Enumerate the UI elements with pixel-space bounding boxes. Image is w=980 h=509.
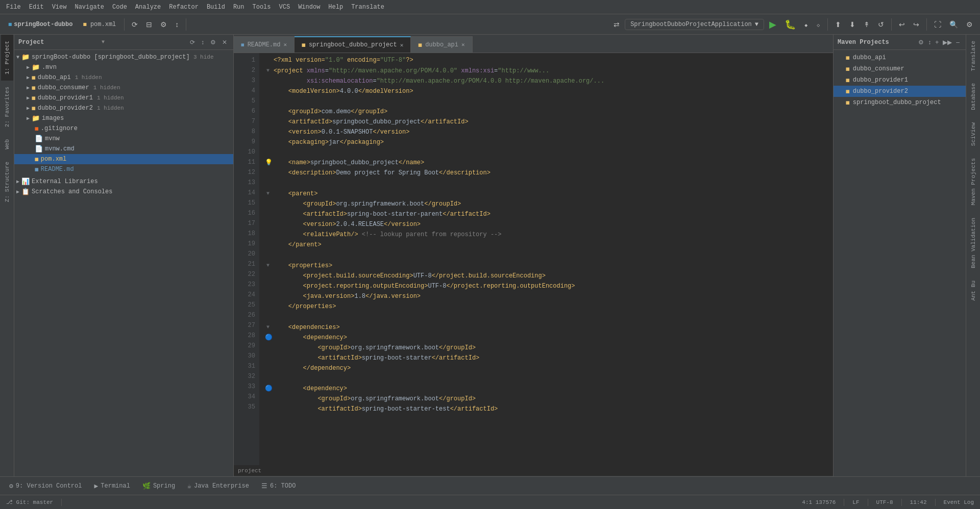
tree-images[interactable]: ▶ 📁 images [14,113,233,123]
right-tab-database[interactable]: Database [967,77,979,116]
tree-mvn[interactable]: ▶ 📁 .mvn [14,62,233,72]
panel-collapse-btn[interactable]: ↕ [199,38,206,47]
tree-external-libs[interactable]: ▶ 📊 External Libraries [14,176,233,187]
right-tab-bean-validation[interactable]: Bean Validation [967,212,979,274]
right-tab-maven[interactable]: Maven Projects [967,152,979,211]
maven-minimize-btn[interactable]: – [954,38,962,47]
tab-springboot-project[interactable]: ◼ springboot_dubbo_project ✕ [295,36,411,53]
tree-gitignore[interactable]: ◼ .gitignore [14,123,233,134]
tree-root[interactable]: ▼ 📁 springBoot-dubbo [springboot_dubbo_p… [14,52,233,62]
bottom-tab-version-control[interactable]: ⚙ 9: Version Control [4,480,87,492]
status-encoding[interactable]: UTF-8 [876,499,893,505]
menu-window[interactable]: Window [294,3,324,12]
run-config-selector[interactable]: SpringbootDubboProjectApplication ▼ [625,19,764,30]
tree-dubbo-consumer[interactable]: ▶ ◼ dubbo_consumer 1 hidden [14,83,233,93]
line-num-8: 8 [236,126,255,137]
update-button[interactable]: ⬇ [846,18,859,31]
status-line-col[interactable]: 4:1 137576 [802,499,836,505]
git-icon: ⎇ [6,499,13,505]
spring-icon: 🌿 [142,482,151,490]
tree-dubbo-provider1[interactable]: ▶ ◼ dubbo_provider1 1 hidden [14,93,233,103]
readme-tab-close[interactable]: ✕ [283,41,287,48]
editor-tabs: ◼ README.md ✕ ◼ springboot_dubbo_project… [234,35,833,53]
push-button[interactable]: ↟ [861,18,873,31]
panel-close-btn[interactable]: ✕ [220,38,229,47]
commit-button[interactable]: ⬆ [832,18,844,31]
code-line-30: <artifactId>spring-boot-starter</artifac… [263,353,833,363]
springboot-tab-label: springboot_dubbo_project [309,41,397,48]
menu-vcs[interactable]: VCS [275,3,295,12]
menu-tools[interactable]: Tools [249,3,275,12]
coverage-button[interactable]: ⬦ [813,18,823,31]
tab-readme-md[interactable]: ◼ README.md ✕ [234,36,295,53]
expand-all-button[interactable]: ↕ [172,18,182,31]
collapse-button[interactable]: ⊟ [143,18,155,31]
tree-mvnw-cmd[interactable]: 📄 mvnw.cmd [14,144,233,154]
debug-button[interactable]: 🐛 [781,18,799,31]
tree-dubbo-provider2[interactable]: ▶ ◼ dubbo_provider2 1 hidden [14,103,233,113]
run-button[interactable]: ▶ [766,18,779,31]
line-num-19: 19 [236,239,255,249]
maven-collapse-btn[interactable]: ↕ [926,38,933,47]
right-tab-translate[interactable]: Translate [967,35,979,77]
menu-edit[interactable]: Edit [25,3,48,12]
redo-button[interactable]: ↪ [910,18,922,31]
settings-button[interactable]: ⚙ [157,18,170,31]
right-tab-sciview[interactable]: SciView [967,116,979,152]
sync-button[interactable]: ⟳ [129,18,141,31]
tab-dubbo-api[interactable]: ◼ dubbo_api ✕ [411,36,472,53]
tree-dubbo-api[interactable]: ▶ ◼ dubbo_api 1 hidden [14,72,233,83]
code-content[interactable]: <?xml version="1.0" encoding="UTF-8"?> ▼… [259,53,833,465]
menu-translate[interactable]: Translate [347,3,388,12]
menu-refactor[interactable]: Refactor [165,3,203,12]
maximize-button[interactable]: ⛶ [931,18,944,31]
maven-item-dubbo-provider1[interactable]: ◼ dubbo_provider1 [834,74,966,86]
menu-build[interactable]: Build [203,3,229,12]
bottom-tab-todo[interactable]: ☰ 6: TODO [256,480,301,492]
maven-settings-btn[interactable]: ⚙ [916,38,926,47]
panel-sync-btn[interactable]: ⟳ [188,38,197,47]
tree-scratches[interactable]: ▶ 📋 Scratches and Consoles [14,187,233,197]
status-lf[interactable]: LF [852,499,859,505]
maven-item-dubbo-api[interactable]: ◼ dubbo_api [834,52,966,63]
menu-view[interactable]: View [48,3,71,12]
panel-gear-btn[interactable]: ⚙ [208,38,218,47]
bottom-tab-java-enterprise[interactable]: ☕ Java Enterprise [182,480,254,492]
maven-item-dubbo-consumer[interactable]: ◼ dubbo_consumer [834,63,966,74]
menu-help[interactable]: Help [324,3,347,12]
bottom-tab-spring-label: Spring [153,482,175,490]
menu-run[interactable]: Run [229,3,249,12]
sidebar-tab-structure[interactable]: Z: Structure [1,156,13,208]
menu-file[interactable]: File [2,3,25,12]
tree-pom-xml[interactable]: ◼ pom.xml [14,154,233,164]
tree-readme-md[interactable]: ◼ README.md [14,164,233,174]
tree-mvnw[interactable]: 📄 mvnw [14,134,233,144]
status-event-log[interactable]: Event Log [944,499,974,505]
quick-access-button[interactable]: ⚙ [963,18,976,31]
panel-dropdown-icon[interactable]: ▼ [102,39,105,45]
right-tab-ant[interactable]: Ant Bu [967,274,979,307]
status-vcs[interactable]: ⎇ Git: master [6,499,53,505]
springboot-tab-close[interactable]: ✕ [400,42,404,48]
sidebar-tab-favorites[interactable]: 2: Favorites [1,81,13,133]
sidebar-tab-web[interactable]: Web [1,133,13,156]
profile-button[interactable]: ⬥ [801,18,811,31]
menu-code[interactable]: Code [108,3,131,12]
undo-button[interactable]: ↩ [896,18,908,31]
sidebar-tab-project[interactable]: 1: Project [1,35,13,81]
maven-more-btn[interactable]: ▶▶ [941,38,954,47]
history-button[interactable]: ↺ [875,18,887,31]
bottom-tab-spring[interactable]: 🌿 Spring [137,480,180,492]
menu-navigate[interactable]: Navigate [70,3,108,12]
toolbar-separator-3 [827,18,828,31]
toolbar-misc-1[interactable]: ⇄ [610,18,623,31]
status-time[interactable]: 11:42 [910,499,927,505]
maven-item-springboot-project[interactable]: ◼ springboot_dubbo_project [834,97,966,108]
bottom-tab-terminal[interactable]: ▶ Terminal [89,480,135,492]
maven-item-dubbo-provider2[interactable]: ◼ dubbo_provider2 [834,86,966,97]
line-num-33: 33 [236,381,255,392]
menu-analyze[interactable]: Analyze [131,3,165,12]
dubbo-api-tab-close[interactable]: ✕ [461,41,465,48]
search-everywhere-button[interactable]: 🔍 [946,18,961,31]
maven-refresh-btn[interactable]: + [933,38,941,47]
